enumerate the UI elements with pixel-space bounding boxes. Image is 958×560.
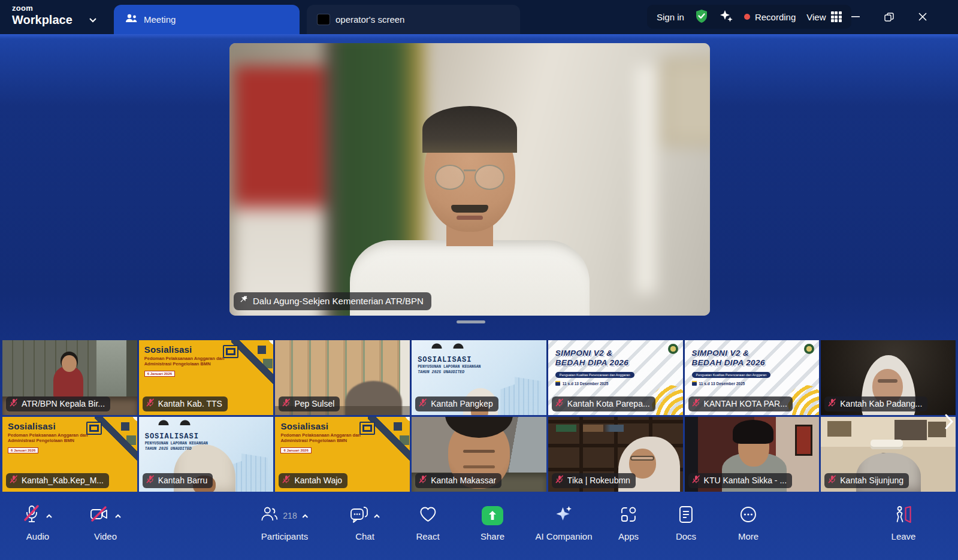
leave-label: Leave (891, 531, 916, 541)
scene-decor (463, 450, 495, 453)
workspace-chevron-down-icon[interactable] (89, 14, 97, 25)
participant-tile[interactable]: Kantah Makassar (412, 417, 546, 492)
meeting-people-icon (125, 14, 138, 25)
participant-tile[interactable]: SOSIALISASIPENYUSUNAN LAPORAN KEUANGANTA… (412, 340, 546, 415)
speaker-name-tag: Dalu Agung-Sekjen Kementerian ATR/BPN (234, 292, 431, 310)
participant-tile[interactable]: ATR/BPN Kepala Bir... (2, 340, 137, 415)
participant-name-label: Kantah_Kab.Kep_M... (22, 476, 104, 485)
participant-tile[interactable]: Kantah Kab Padang... (821, 340, 956, 415)
microphone-muted-icon (10, 475, 18, 486)
pin-icon (239, 295, 248, 307)
more-icon (739, 505, 757, 526)
main-speaker-video[interactable]: Dalu Agung-Sekjen Kementerian ATR/BPN (229, 43, 710, 316)
video-resize-handle[interactable] (457, 320, 485, 323)
camera-off-icon (89, 505, 110, 526)
react-button[interactable]: React (416, 505, 439, 541)
close-button[interactable] (914, 8, 932, 25)
participant-tile[interactable]: SosialisasiPedoman Pelaksanaan Anggaran … (275, 417, 410, 492)
participant-name-tag: Tika | Rokeubmn (552, 473, 636, 488)
video-button[interactable]: Video (89, 505, 122, 541)
scene-decor (500, 377, 540, 415)
more-button[interactable]: More (738, 505, 758, 541)
microphone-muted-icon (419, 475, 427, 486)
shared-screen-thumbnail-icon (318, 14, 330, 25)
share-button[interactable]: Share (480, 505, 504, 541)
microphone-muted-icon (419, 398, 427, 409)
participant-tile[interactable]: SosialisasiPedoman Pelaksanaan Anggaran … (139, 340, 274, 415)
participant-name-tag: ATR/BPN Kepala Bir... (6, 396, 110, 411)
participant-name-tag: Kantah Kab. TTS (143, 396, 228, 411)
scene-decor (652, 385, 683, 415)
recording-dot-icon (744, 14, 750, 20)
tab-operators-screen[interactable]: operator's screen (307, 5, 520, 34)
tab-meeting[interactable]: Meeting (114, 5, 300, 34)
ai-companion-label: AI Companion (535, 531, 592, 541)
tab-meeting-label: Meeting (144, 14, 176, 25)
participant-name-label: Kantah Kab. TTS (158, 399, 222, 408)
participant-name-tag: Kantah Wajo (279, 473, 347, 488)
chat-options-chevron[interactable] (373, 510, 380, 521)
chat-button[interactable]: Chat (349, 505, 380, 541)
leave-button[interactable]: Leave (891, 505, 916, 541)
participants-options-chevron[interactable] (302, 510, 309, 521)
ai-companion-icon (554, 505, 574, 526)
security-shield-icon[interactable] (695, 9, 708, 25)
shared-slide-yellow: SosialisasiPedoman Pelaksanaan Anggaran … (144, 344, 238, 377)
scene-decor (821, 420, 956, 443)
gallery-row: SosialisasiPedoman Pelaksanaan Anggaran … (0, 417, 958, 492)
logo-workplace-text: Workplace (12, 13, 72, 27)
title-bar: zoom Workplace Meeting operator's screen… (0, 0, 958, 34)
scene-decor (158, 417, 194, 426)
participants-icon (260, 506, 278, 525)
video-options-chevron[interactable] (114, 510, 122, 521)
leave-door-icon (894, 505, 913, 526)
audio-options-chevron[interactable] (46, 510, 53, 521)
participant-tile[interactable]: KTU Kantah Sikka - ... (685, 417, 820, 492)
participant-name-label: Tika | Rokeubmn (567, 476, 630, 485)
shared-slide-yellow: SosialisasiPedoman Pelaksanaan Anggaran … (280, 421, 374, 454)
microphone-muted-icon (555, 475, 564, 486)
participant-name-tag: Kantah Makassar (415, 473, 501, 488)
participant-tile[interactable]: SosialisasiPedoman Pelaksanaan Anggaran … (2, 417, 137, 492)
participant-name-tag: Pep Sulsel (279, 396, 340, 411)
docs-label: Docs (676, 531, 696, 541)
participant-tile[interactable]: SOSIALISASIPENYUSUNAN LAPORAN KEUANGANTA… (139, 417, 274, 492)
docs-button[interactable]: Docs (676, 505, 696, 541)
participant-tile[interactable]: SIMPONI V2 &BEDAH DIPA 2026Penguatan Kua… (685, 340, 820, 415)
microphone-muted-icon (555, 398, 564, 409)
scene-decor (400, 340, 410, 415)
share-label: Share (480, 531, 504, 541)
recording-indicator[interactable]: Recording (744, 12, 796, 22)
participants-label: Participants (261, 531, 308, 541)
microphone-muted-icon (828, 398, 836, 409)
ai-companion-button[interactable]: AI Companion (535, 505, 592, 541)
audio-button[interactable]: Audio (23, 505, 53, 541)
scene-decor (62, 355, 77, 372)
participant-name-label: ATR/BPN Kepala Bir... (22, 399, 105, 408)
participants-button[interactable]: 218 Participants (260, 505, 309, 541)
participant-tile[interactable]: Tika | Rokeubmn (548, 417, 683, 492)
meeting-stage: Dalu Agung-Sekjen Kementerian ATR/BPN AT… (0, 34, 958, 560)
ai-companion-titlebar-icon[interactable] (719, 9, 733, 25)
minimize-button[interactable] (847, 8, 865, 25)
calendar-icon (555, 381, 560, 386)
scene-decor (668, 344, 678, 354)
gallery-next-page-button[interactable] (941, 410, 957, 434)
participant-name-label: Kantah Pangkep (431, 399, 493, 408)
zoom-workplace-logo: zoom Workplace (12, 4, 72, 27)
recording-label: Recording (755, 12, 796, 22)
apps-button[interactable]: Apps (618, 505, 639, 541)
participant-tile[interactable]: SIMPONI V2 &BEDAH DIPA 2026Penguatan Kua… (548, 340, 683, 415)
video-label: Video (94, 531, 117, 541)
titlebar-right-controls: Sign in Recording View (647, 5, 851, 29)
participant-name-label: Pep Sulsel (294, 399, 334, 408)
participant-tile[interactable]: Pep Sulsel (275, 340, 410, 415)
speaker-name-label: Dalu Agung-Sekjen Kementerian ATR/BPN (253, 296, 424, 306)
participant-name-tag: KTU Kantah Sikka - ... (688, 473, 793, 488)
sign-in-button[interactable]: Sign in (657, 12, 684, 22)
participant-tile[interactable]: Kantah Sijunjung (821, 417, 956, 492)
restore-button[interactable] (880, 8, 898, 25)
participant-name-label: Kantah Wajo (294, 476, 342, 485)
view-button[interactable]: View (806, 11, 841, 22)
view-label: View (806, 12, 826, 22)
